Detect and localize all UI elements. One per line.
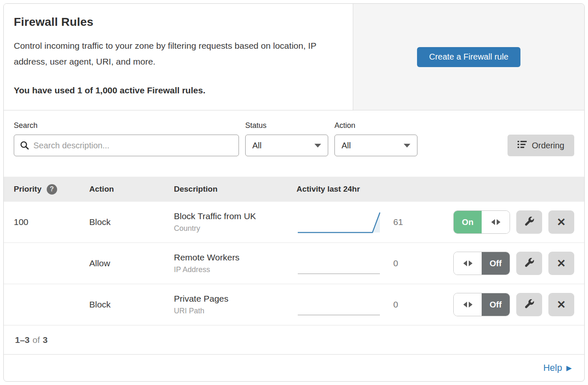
activity-count: 0	[393, 258, 412, 268]
header-action-panel: Create a Firewall rule	[353, 4, 584, 110]
rule-description: Private Pages	[174, 294, 297, 304]
header-text-panel: Firewall Rules Control incoming traffic …	[4, 4, 353, 110]
rule-action: Allow	[89, 258, 174, 268]
pagination-total: 3	[43, 335, 48, 345]
page-title: Firewall Rules	[14, 15, 343, 29]
column-priority: Priority	[14, 185, 42, 194]
ordered-list-icon	[518, 140, 527, 151]
activity-sparkline	[297, 251, 382, 276]
help-link[interactable]: Help ▶	[543, 362, 572, 373]
pagination-bar: 1–3 of 3	[4, 325, 584, 355]
search-input[interactable]	[14, 135, 239, 156]
firewall-rules-card: Firewall Rules Control incoming traffic …	[3, 3, 585, 382]
edit-rule-button[interactable]	[516, 293, 542, 316]
status-filter-group: Status All	[245, 121, 328, 156]
rule-action: Block	[89, 217, 174, 227]
delete-rule-button[interactable]: ✕	[548, 252, 574, 275]
status-select[interactable]: All	[245, 135, 328, 156]
search-label: Search	[14, 121, 239, 130]
rule-action: Block	[89, 300, 174, 310]
wrench-icon	[524, 299, 535, 311]
wrench-icon	[524, 216, 535, 228]
rule-description: Remote Workers	[174, 252, 297, 262]
rule-priority: 100	[14, 217, 89, 227]
create-firewall-rule-button[interactable]: Create a Firewall rule	[417, 47, 520, 67]
activity-sparkline	[297, 210, 382, 235]
help-bar: Help ▶	[4, 355, 584, 381]
search-icon	[20, 140, 30, 152]
rule-description: Block Traffic from UK	[174, 211, 297, 221]
ordering-button[interactable]: Ordering	[508, 135, 574, 156]
status-select-value: All	[252, 141, 261, 150]
toggle-handle-icon[interactable]	[482, 211, 510, 233]
filter-bar: Search Status All	[4, 110, 584, 177]
chevron-down-icon	[314, 144, 321, 148]
chevron-down-icon	[404, 144, 410, 148]
rule-enabled-toggle[interactable]: On	[453, 210, 510, 234]
edit-rule-button[interactable]	[516, 252, 542, 275]
action-select[interactable]: All	[334, 135, 417, 156]
table-row: Allow Remote Workers IP Address 0 Off	[4, 243, 584, 284]
toggle-off-label: Off	[482, 252, 510, 275]
rule-match-type: IP Address	[174, 265, 297, 274]
column-action: Action	[89, 185, 174, 194]
delete-rule-button[interactable]: ✕	[548, 293, 574, 316]
action-filter-group: Action All	[334, 121, 417, 156]
action-label: Action	[334, 121, 417, 130]
edit-rule-button[interactable]	[516, 210, 542, 234]
close-icon: ✕	[557, 299, 566, 310]
rule-match-type: URI Path	[174, 307, 297, 315]
wrench-icon	[524, 258, 535, 270]
toggle-off-label: Off	[482, 293, 510, 316]
usage-summary: You have used 1 of 1,000 active Firewall…	[14, 85, 343, 95]
action-select-value: All	[342, 141, 351, 150]
page-description: Control incoming traffic to your zone by…	[14, 38, 335, 70]
activity-count: 0	[393, 300, 412, 310]
toggle-on-label: On	[454, 211, 482, 233]
ordering-button-label: Ordering	[532, 141, 564, 150]
status-label: Status	[245, 121, 328, 130]
column-description: Description	[174, 185, 297, 194]
delete-rule-button[interactable]: ✕	[548, 210, 574, 234]
rule-match-type: Country	[174, 224, 297, 233]
priority-help-icon[interactable]: ?	[47, 184, 57, 195]
arrow-right-icon: ▶	[566, 364, 572, 372]
toggle-handle-icon[interactable]	[454, 252, 482, 275]
pagination-of-label: of	[33, 335, 40, 345]
activity-count: 61	[393, 217, 412, 227]
toggle-handle-icon[interactable]	[454, 293, 482, 316]
close-icon: ✕	[557, 217, 566, 228]
table-header: Priority ? Action Description Activity l…	[4, 177, 584, 202]
rule-enabled-toggle[interactable]: Off	[453, 252, 510, 275]
help-link-label: Help	[543, 362, 562, 373]
activity-sparkline	[297, 292, 382, 317]
pagination-range: 1–3	[15, 335, 30, 345]
table-row: 100 Block Block Traffic from UK Country …	[4, 202, 584, 243]
close-icon: ✕	[557, 258, 566, 269]
column-activity: Activity last 24hr	[297, 185, 360, 194]
table-row: Block Private Pages URI Path 0 Off	[4, 284, 584, 325]
header: Firewall Rules Control incoming traffic …	[4, 4, 584, 110]
search-group: Search	[14, 121, 239, 156]
rule-enabled-toggle[interactable]: Off	[453, 293, 510, 316]
